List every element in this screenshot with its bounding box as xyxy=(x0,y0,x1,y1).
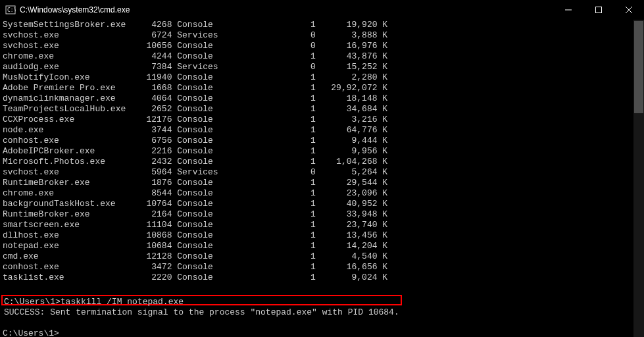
process-row: tasklist.exe 2220 Console 1 9,024 K xyxy=(3,272,644,283)
cmd-window: C:\ C:\Windows\system32\cmd.exe SystemSe… xyxy=(0,0,644,337)
scrollbar-thumb[interactable] xyxy=(634,21,643,113)
process-row: node.exe 3744 Console 1 64,776 K xyxy=(3,125,644,136)
process-row: svchost.exe 10656 Console 0 16,976 K xyxy=(3,41,644,51)
close-button[interactable] xyxy=(614,0,644,20)
close-icon xyxy=(626,7,632,13)
process-row: cmd.exe 12128 Console 1 4,540 K xyxy=(3,251,644,262)
process-row: Adobe Premiere Pro.exe 1668 Console 1 29… xyxy=(3,83,644,93)
process-row: chrome.exe 4244 Console 1 43,876 K xyxy=(3,51,644,62)
svg-text:C:\: C:\ xyxy=(7,7,16,13)
process-row: svchost.exe 5964 Services 0 5,264 K xyxy=(3,167,644,178)
process-row: dllhost.exe 10868 Console 1 13,456 K xyxy=(3,230,644,241)
process-row: chrome.exe 8544 Console 1 23,096 K xyxy=(3,188,644,199)
process-row: backgroundTaskHost.exe 10764 Console 1 4… xyxy=(3,199,644,209)
prompt-line[interactable]: C:\Users\1> xyxy=(3,328,644,337)
command-highlight: C:\Users\1>taskkill /IM notepad.exeSUCCE… xyxy=(1,295,402,305)
process-row: Microsoft.Photos.exe 2432 Console 1 1,04… xyxy=(3,157,644,167)
minimize-button[interactable] xyxy=(553,0,583,20)
process-row: CCXProcess.exe 12176 Console 1 3,216 K xyxy=(3,115,644,125)
process-row: conhost.exe 3472 Console 1 16,656 K xyxy=(3,262,644,272)
process-row: AdobeIPCBroker.exe 2216 Console 1 9,956 … xyxy=(3,146,644,157)
titlebar[interactable]: C:\ C:\Windows\system32\cmd.exe xyxy=(0,0,644,20)
process-row: notepad.exe 10684 Console 1 14,204 K xyxy=(3,241,644,251)
process-row: smartscreen.exe 11104 Console 1 23,740 K xyxy=(3,220,644,230)
terminal-viewport[interactable]: SystemSettingsBroker.exe 4268 Console 1 … xyxy=(0,20,644,337)
command-line: C:\Users\1>taskkill /IM notepad.exe xyxy=(4,297,399,307)
window-title: C:\Windows\system32\cmd.exe xyxy=(20,5,130,14)
prompt-text: C:\Users\1> xyxy=(3,328,59,337)
process-row: MusNotifyIcon.exe 11940 Console 1 2,280 … xyxy=(3,72,644,83)
process-row: SystemSettingsBroker.exe 4268 Console 1 … xyxy=(3,20,644,30)
process-row: audiodg.exe 7384 Services 0 15,252 K xyxy=(3,62,644,72)
terminal-output[interactable]: SystemSettingsBroker.exe 4268 Console 1 … xyxy=(0,20,644,337)
maximize-button[interactable] xyxy=(583,0,614,20)
process-row: TeamProjectsLocalHub.exe 2652 Console 1 … xyxy=(3,104,644,115)
svg-rect-3 xyxy=(596,7,602,13)
process-row: conhost.exe 6756 Console 1 9,444 K xyxy=(3,136,644,146)
maximize-icon xyxy=(595,7,602,13)
process-row: svchost.exe 6724 Services 0 3,888 K xyxy=(3,30,644,41)
cmd-icon: C:\ xyxy=(5,5,16,15)
process-row: dynamiclinkmanager.exe 4064 Console 1 18… xyxy=(3,93,644,104)
vertical-scrollbar[interactable] xyxy=(633,20,644,337)
minimize-icon xyxy=(565,7,572,13)
command-result: SUCCESS: Sent termination signal to the … xyxy=(4,307,399,318)
process-row: RuntimeBroker.exe 2164 Console 1 33,948 … xyxy=(3,209,644,220)
process-row: RuntimeBroker.exe 1876 Console 1 29,544 … xyxy=(3,178,644,188)
